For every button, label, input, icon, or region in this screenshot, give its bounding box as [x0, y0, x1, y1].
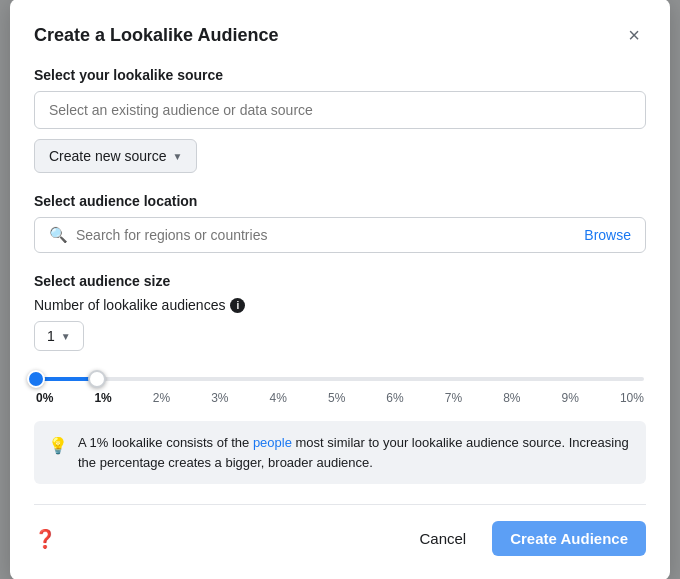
modal-title: Create a Lookalike Audience [34, 25, 278, 46]
slider-thumb-left[interactable] [27, 370, 45, 388]
slider-label-1: 1% [94, 391, 111, 405]
source-section-label: Select your lookalike source [34, 67, 646, 83]
size-section-label: Select audience size [34, 273, 646, 289]
info-icon: i [230, 298, 245, 313]
slider-labels: 0% 1% 2% 3% 4% 5% 6% 7% 8% 9% 10% [36, 391, 644, 405]
help-icon: ❓ [34, 529, 56, 549]
footer-actions: Cancel Create Audience [403, 521, 646, 556]
num-select-value: 1 [47, 328, 55, 344]
cancel-button[interactable]: Cancel [403, 522, 482, 555]
slider-thumb-right[interactable] [88, 370, 106, 388]
bulb-icon: 💡 [48, 434, 68, 458]
dropdown-arrow-icon: ▼ [173, 151, 183, 162]
modal-overlay: Create a Lookalike Audience × Select you… [0, 0, 680, 579]
search-icon: 🔍 [49, 226, 68, 244]
source-input[interactable] [34, 91, 646, 129]
slider-label-10: 10% [620, 391, 644, 405]
info-box-text: A 1% lookalike consists of the people mo… [78, 433, 632, 472]
slider-label-3: 3% [211, 391, 228, 405]
modal-container: Create a Lookalike Audience × Select you… [10, 0, 670, 579]
create-new-source-label: Create new source [49, 148, 167, 164]
slider-label-6: 6% [386, 391, 403, 405]
num-audiences-text: Number of lookalike audiences [34, 297, 225, 313]
slider-track [36, 377, 644, 381]
num-dropdown-arrow-icon: ▼ [61, 331, 71, 342]
audience-size-slider[interactable]: 0% 1% 2% 3% 4% 5% 6% 7% 8% 9% 10% [34, 377, 646, 405]
close-button[interactable]: × [622, 23, 646, 47]
help-button[interactable]: ❓ [34, 528, 56, 550]
modal-footer: ❓ Cancel Create Audience [34, 504, 646, 556]
slider-label-9: 9% [562, 391, 579, 405]
slider-label-7: 7% [445, 391, 462, 405]
slider-label-2: 2% [153, 391, 170, 405]
num-select-dropdown[interactable]: 1 ▼ [34, 321, 84, 351]
info-text-before: A 1% lookalike consists of the [78, 435, 253, 450]
slider-label-8: 8% [503, 391, 520, 405]
modal-header: Create a Lookalike Audience × [34, 23, 646, 47]
browse-button[interactable]: Browse [584, 227, 631, 243]
slider-label-0: 0% [36, 391, 53, 405]
location-section: Select audience location 🔍 Browse [34, 193, 646, 253]
num-audiences-label: Number of lookalike audiences i [34, 297, 646, 313]
create-audience-button[interactable]: Create Audience [492, 521, 646, 556]
slider-label-4: 4% [270, 391, 287, 405]
location-section-label: Select audience location [34, 193, 646, 209]
location-input-wrapper: 🔍 Browse [34, 217, 646, 253]
slider-label-5: 5% [328, 391, 345, 405]
create-new-source-button[interactable]: Create new source ▼ [34, 139, 197, 173]
info-box: 💡 A 1% lookalike consists of the people … [34, 421, 646, 484]
source-section: Select your lookalike source Create new … [34, 67, 646, 173]
info-people-link[interactable]: people [253, 435, 292, 450]
size-section: Select audience size Number of lookalike… [34, 273, 646, 484]
location-search-input[interactable] [76, 227, 576, 243]
